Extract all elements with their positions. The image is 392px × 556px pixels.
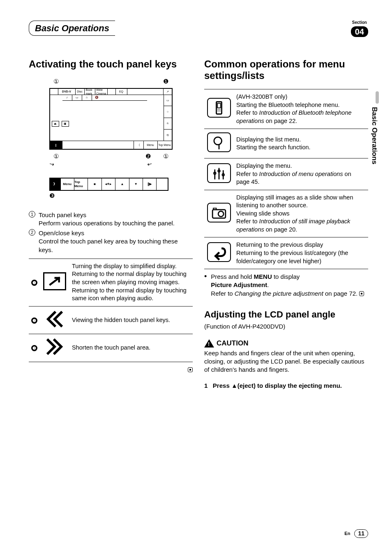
caution-label: CAUTION [217, 339, 248, 348]
end-mark-icon [188, 367, 193, 372]
callout-bot-mid: ❷ [145, 152, 151, 160]
op2-desc: Displaying the list menu. Starting the s… [234, 129, 368, 158]
op5-desc: Returning to the previous display Return… [234, 237, 368, 269]
screen-mock: DVD-V Disc Book mark Wide Cinema EQ ↗ ♪ … [49, 88, 173, 150]
svg-point-2 [217, 109, 218, 110]
footer-lang: En [344, 531, 350, 537]
svg-rect-18 [213, 208, 216, 210]
svg-point-17 [218, 211, 224, 216]
svg-point-6 [219, 111, 219, 111]
list-title-2: Open/close keys [39, 229, 193, 237]
section-badge: Section 04 [351, 20, 368, 37]
row1-mark: ❶ [31, 280, 37, 286]
side-tab-stub [376, 91, 379, 104]
svg-point-4 [220, 109, 221, 110]
chevrons-left-icon [43, 310, 66, 328]
popup-keys: 》 Menu Top Menu ■ ◂✦▸ ▲ ▼ ‖▶ [49, 178, 168, 191]
chapter-title: Basic Operations [35, 23, 109, 33]
op3-desc: Displaying the menu. Refer to Introducti… [234, 158, 368, 190]
svg-rect-1 [217, 104, 220, 108]
step-1: 1 Press ▲(eject) to display the ejecting… [204, 382, 368, 390]
chapter-header: Basic Operations Section 04 [29, 20, 368, 37]
callout-top-left: ① [53, 77, 59, 86]
svg-point-3 [219, 109, 219, 110]
end-mark-icon [359, 291, 364, 296]
list-desc-1: Perform various operations by touching t… [39, 219, 193, 227]
list-num-2: 2 [29, 229, 35, 236]
operations-table: (AVH-3200BT only) Starting the Bluetooth… [204, 89, 368, 269]
callout-bot-left: ① [53, 152, 59, 160]
left-heading: Activating the touch panel keys [29, 58, 193, 70]
phone-icon [207, 98, 231, 118]
warning-icon [204, 339, 214, 348]
row1-desc: Turning the display to simplified displa… [69, 259, 193, 306]
touchpanel-diagram: ① ❶ DVD-V Disc Book mark Wide Cinema EQ … [49, 77, 173, 200]
footer-page: 11 [354, 529, 368, 538]
list-title-1: Touch panel keys [39, 211, 193, 219]
callout-popup: ❸ [49, 192, 173, 200]
numbered-list: 1 Touch panel keys Perform various opera… [29, 211, 193, 254]
search-icon [207, 132, 231, 152]
callout-bot-right: ① [163, 152, 168, 160]
left-column: Activating the touch panel keys ① ❶ DVD-… [29, 52, 193, 390]
row3-mark: ❸ [31, 345, 37, 351]
op1-desc: (AVH-3200BT only) Starting the Bluetooth… [234, 89, 368, 129]
svg-point-8 [214, 137, 222, 145]
camera-icon [207, 203, 231, 222]
menu-note: Press and hold MENU to display Picture A… [204, 273, 368, 298]
row3-desc: Shorten the touch panel area. [69, 334, 193, 362]
caution-text: Keep hands and fingers clear of the unit… [204, 349, 368, 374]
side-tab-label: Basic Operations [369, 107, 379, 164]
function-of: (Function of AVH-P4200DVD) [204, 322, 368, 331]
page-footer: En 11 [344, 529, 368, 538]
touchpanel-icon-table: ❶ Turning the display to simplified disp… [29, 258, 193, 362]
op4-desc: Displaying still images as a slide show … [234, 190, 368, 238]
list-num-1: 1 [29, 211, 35, 218]
right-column: Common operations for menu settings/list… [204, 52, 368, 390]
caution-heading: CAUTION [204, 339, 368, 348]
bullet-icon [204, 273, 207, 298]
section-label: Section [352, 20, 367, 25]
svg-point-7 [220, 111, 221, 111]
svg-point-5 [217, 111, 218, 111]
list-desc-2: Control the touch panel key area by touc… [39, 237, 193, 254]
section-number: 04 [351, 26, 368, 37]
expand-icon [43, 272, 66, 290]
row2-desc: Viewing the hidden touch panel keys. [69, 306, 193, 334]
chevrons-right-icon [43, 338, 66, 356]
back-icon [207, 242, 231, 262]
callout-top-right: ❶ [163, 77, 168, 86]
menu-icon [207, 163, 231, 183]
eject-icon: ▲ [231, 382, 238, 389]
lcd-heading: Adjusting the LCD panel angle [204, 308, 368, 321]
row2-mark: ❷ [31, 317, 37, 324]
right-heading: Common operations for menu settings/list… [204, 58, 368, 82]
